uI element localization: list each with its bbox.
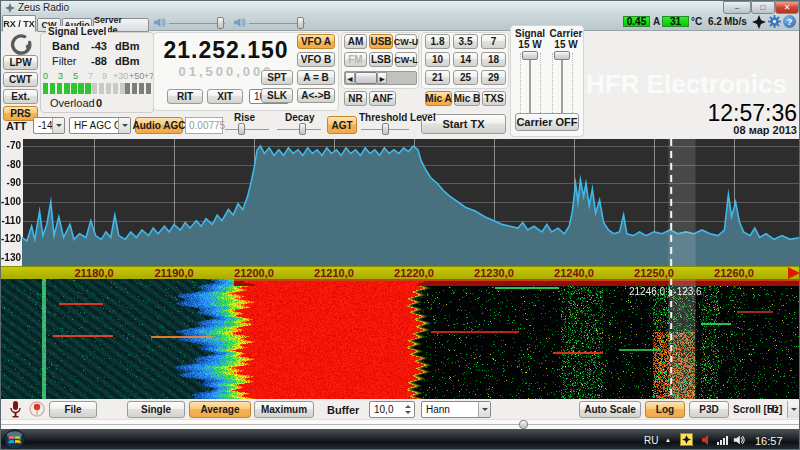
vfo-a-frequency[interactable]: 21.252.150 xyxy=(157,37,295,64)
start-button-icon[interactable] xyxy=(4,429,25,450)
position-slider-track[interactable] xyxy=(1,424,800,425)
gear-icon[interactable] xyxy=(768,15,781,28)
mode-scrollbar[interactable]: ◀ ▶ xyxy=(344,71,417,85)
signal-power-slider-handle[interactable] xyxy=(522,51,538,60)
signal-level-title: Signal Level xyxy=(46,26,108,37)
microphone-icon[interactable] xyxy=(9,400,22,418)
tray-zeus-icon[interactable] xyxy=(680,433,693,446)
title-bar[interactable]: Zeus Radio – □ ✕ RX / TX CW Audio Server… xyxy=(1,1,800,31)
tab-rx-tx[interactable]: RX / TX xyxy=(2,15,36,32)
vfo-a-button[interactable]: VFO A xyxy=(297,34,335,49)
mic-a-button[interactable]: Mic A xyxy=(425,91,452,106)
mode-cwl-button[interactable]: CW-L xyxy=(395,52,417,67)
frequency-tick-label: 21190,0 xyxy=(144,267,204,279)
threshold-slider-handle[interactable] xyxy=(382,123,389,135)
scroll-hz-value: 50 xyxy=(767,404,778,415)
rise-slider-handle[interactable] xyxy=(238,123,245,135)
language-indicator[interactable]: RU xyxy=(644,435,658,446)
tune-pin-icon[interactable] xyxy=(29,401,45,417)
tray-network-icon[interactable] xyxy=(717,435,729,445)
window-function-value: Hann xyxy=(426,404,450,415)
maximum-button[interactable]: Maximum xyxy=(254,401,314,418)
decay-slider-handle[interactable] xyxy=(299,123,306,135)
band-29-button[interactable]: 29 xyxy=(481,70,506,85)
mode-usb-button[interactable]: USB xyxy=(369,34,393,49)
help-icon[interactable]: ? xyxy=(783,15,796,28)
anf-button[interactable]: ANF xyxy=(369,91,396,106)
nr-button[interactable]: NR xyxy=(344,91,367,106)
txs-button[interactable]: TXS xyxy=(482,91,506,106)
close-button[interactable]: ✕ xyxy=(775,1,799,14)
meter-light-segments xyxy=(92,83,125,94)
hf-agc-select[interactable]: HF AGC Off xyxy=(69,117,131,134)
carrier-power-slider-handle[interactable] xyxy=(554,51,570,60)
minimize-button[interactable]: – xyxy=(723,1,751,14)
spt-button[interactable]: SPT xyxy=(261,70,293,85)
tray-speaker-icon[interactable] xyxy=(733,434,745,446)
rise-slider-track[interactable] xyxy=(225,129,269,130)
frequency-scale-bar[interactable]: 21180,021190,021200,021210,021220,021230… xyxy=(1,266,800,279)
auto-scale-button[interactable]: Auto Scale xyxy=(579,401,641,418)
meter-dark-segments xyxy=(125,83,152,94)
mode-cwu-button[interactable]: CW-U xyxy=(395,34,417,49)
vfo-b-button[interactable]: VFO B xyxy=(297,52,335,67)
current-unit: A xyxy=(653,16,660,27)
spectrum-display: -70-80-90-100-110-120-130 xyxy=(1,139,800,266)
position-slider-handle[interactable] xyxy=(519,420,528,429)
band-label: Band xyxy=(52,40,80,52)
waterfall-canvas[interactable] xyxy=(1,279,800,399)
mode-am-button[interactable]: AM xyxy=(344,34,367,49)
filter-label: Filter xyxy=(52,55,76,67)
volume-slider-1-handle[interactable] xyxy=(217,17,224,29)
mode-lsb-button[interactable]: LSB xyxy=(369,52,393,67)
overload-value: 0 xyxy=(96,97,102,109)
carrier-off-button[interactable]: Carrier OFF xyxy=(515,113,579,131)
scrollbar-thumb[interactable] xyxy=(355,72,377,84)
band-7-button[interactable]: 7 xyxy=(481,34,506,49)
volume-slider-2-handle[interactable] xyxy=(297,17,304,29)
a-swap-b-button[interactable]: A<->B xyxy=(297,88,335,103)
band-21-button[interactable]: 21 xyxy=(425,70,450,85)
mic-b-button[interactable]: Mic B xyxy=(454,91,480,106)
audio-agc-button[interactable]: Audio AGC xyxy=(135,117,183,134)
maximize-button[interactable]: □ xyxy=(751,1,775,14)
spectrum-y-tick-label: -90 xyxy=(1,177,21,188)
tray-expand-icon[interactable]: ▲ xyxy=(665,437,671,443)
scrollbar-right-arrow[interactable]: ▶ xyxy=(377,72,387,84)
file-button[interactable]: File xyxy=(49,401,97,418)
p3d-button[interactable]: P3D xyxy=(689,401,729,418)
meter-scale-5: 5 xyxy=(73,71,78,81)
tray-clock[interactable]: 16:57 xyxy=(755,435,783,447)
mode-fm-button[interactable]: FM xyxy=(344,52,367,67)
band-18-button[interactable]: 18 xyxy=(481,52,506,67)
carrier-power-label: Carrier xyxy=(549,28,583,39)
spectrum-y-tick-label: -120 xyxy=(1,233,21,244)
zeus-cross-icon[interactable] xyxy=(752,15,766,29)
rit-button[interactable]: RIT xyxy=(167,89,203,104)
band-3-5-button[interactable]: 3.5 xyxy=(453,34,478,49)
carrier-power-value: 15 W xyxy=(549,39,583,50)
slk-button[interactable]: SLK xyxy=(261,88,293,103)
scrollbar-left-arrow[interactable]: ◀ xyxy=(345,72,355,84)
spectrum-canvas[interactable] xyxy=(1,139,800,266)
buffer-spinner[interactable]: 10,0 xyxy=(369,401,415,418)
xit-button[interactable]: XIT xyxy=(207,89,243,104)
band-14-button[interactable]: 14 xyxy=(453,52,478,67)
meter-green-segments xyxy=(43,83,92,94)
band-10-button[interactable]: 10 xyxy=(425,52,450,67)
average-button[interactable]: Average xyxy=(189,401,251,418)
window-title: Zeus Radio xyxy=(18,2,69,13)
band-1-8-button[interactable]: 1.8 xyxy=(425,34,450,49)
att-select[interactable]: -14 xyxy=(33,117,65,134)
a-equals-b-button[interactable]: A = B xyxy=(297,70,335,85)
agc-value-field[interactable]: 0.00775 xyxy=(185,117,223,134)
single-button[interactable]: Single xyxy=(127,401,185,418)
tray-mute-icon[interactable] xyxy=(701,434,713,446)
meter-scale-50: +50 xyxy=(129,71,144,81)
scale-scroll-arrow-icon[interactable] xyxy=(788,267,800,279)
agt-button[interactable]: AGT xyxy=(327,116,357,134)
band-25-button[interactable]: 25 xyxy=(453,70,478,85)
scroll-hz-select[interactable]: 50 xyxy=(763,401,799,418)
window-function-select[interactable]: Hann xyxy=(421,401,491,418)
log-button[interactable]: Log xyxy=(645,401,685,418)
